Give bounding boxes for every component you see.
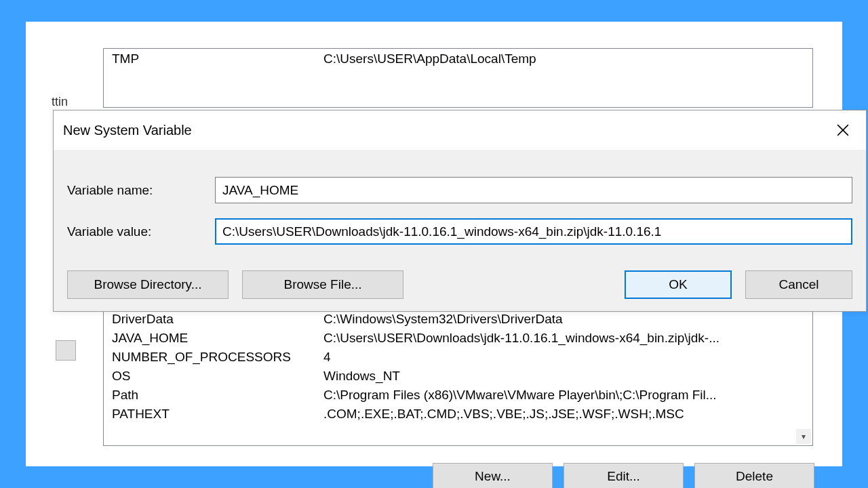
variable-name-cell: JAVA_HOME	[112, 331, 323, 346]
variable-name-cell: PATHEXT	[112, 407, 323, 422]
user-variables-table[interactable]: TMP C:\Users\USER\AppData\Local\Temp	[103, 48, 813, 108]
variable-value-cell: C:\Users\USER\Downloads\jdk-11.0.16.1_wi…	[323, 331, 806, 346]
variable-name-cell: OS	[112, 369, 323, 384]
table-row[interactable]: OS Windows_NT	[104, 367, 812, 386]
close-button[interactable]	[829, 117, 856, 144]
variable-value-row: Variable value:	[67, 218, 852, 245]
table-row[interactable]: Path C:\Program Files (x86)\VMware\VMwar…	[104, 386, 812, 405]
variable-name-cell: Path	[112, 388, 323, 403]
new-system-variable-dialog: New System Variable Variable name: Varia…	[53, 110, 867, 312]
dialog-titlebar[interactable]: New System Variable	[54, 110, 866, 150]
table-row[interactable]: NUMBER_OF_PROCESSORS 4	[104, 348, 812, 367]
system-variables-button-row: New... Edit... Delete	[433, 463, 814, 488]
edit-button[interactable]: Edit...	[564, 463, 684, 488]
browse-directory-button[interactable]: Browse Directory...	[67, 270, 229, 299]
variable-value-input[interactable]	[215, 218, 852, 245]
variable-name-cell: NUMBER_OF_PROCESSORS	[112, 350, 323, 365]
table-row[interactable]: TMP C:\Users\USER\AppData\Local\Temp	[104, 49, 812, 70]
variable-name-row: Variable name:	[67, 177, 852, 203]
close-icon	[837, 124, 849, 136]
table-row[interactable]: PATHEXT .COM;.EXE;.BAT;.CMD;.VBS;.VBE;.J…	[104, 405, 812, 424]
browse-file-button[interactable]: Browse File...	[242, 270, 403, 299]
variable-name-label: Variable name:	[67, 183, 215, 198]
variable-value-cell: C:\Windows\System32\Drivers\DriverData	[323, 312, 806, 327]
delete-button[interactable]: Delete	[694, 463, 814, 488]
background-button-fragment	[56, 340, 76, 361]
variable-value-cell: C:\Program Files (x86)\VMware\VMware Pla…	[323, 388, 806, 403]
ok-button[interactable]: OK	[625, 270, 732, 299]
variable-value-label: Variable value:	[67, 224, 215, 239]
dialog-button-row: Browse Directory... Browse File... OK Ca…	[67, 270, 852, 299]
dialog-title: New System Variable	[63, 123, 192, 138]
chevron-down-icon: ▾	[802, 432, 806, 441]
table-row[interactable]: JAVA_HOME C:\Users\USER\Downloads\jdk-11…	[104, 329, 812, 348]
variable-value-cell: Windows_NT	[323, 369, 806, 384]
variable-value-cell: 4	[323, 350, 806, 365]
variable-name-cell: TMP	[112, 52, 323, 66]
variable-value-cell: C:\Users\USER\AppData\Local\Temp	[323, 52, 536, 66]
dialog-body: Variable name: Variable value: Browse Di…	[54, 150, 866, 311]
cancel-button[interactable]: Cancel	[745, 270, 852, 299]
parent-window-fragment: ttin TMP C:\Users\USER\AppData\Local\Tem…	[26, 22, 842, 466]
variable-name-input[interactable]	[215, 177, 852, 203]
table-row[interactable]: DriverData C:\Windows\System32\Drivers\D…	[104, 310, 812, 329]
system-variables-table[interactable]: DriverData C:\Windows\System32\Drivers\D…	[103, 312, 813, 446]
variable-name-cell: DriverData	[112, 312, 323, 327]
new-button[interactable]: New...	[433, 463, 553, 488]
scroll-down-button[interactable]: ▾	[796, 429, 811, 444]
variable-value-cell: .COM;.EXE;.BAT;.CMD;.VBS;.VBE;.JS;.JSE;.…	[323, 407, 806, 422]
